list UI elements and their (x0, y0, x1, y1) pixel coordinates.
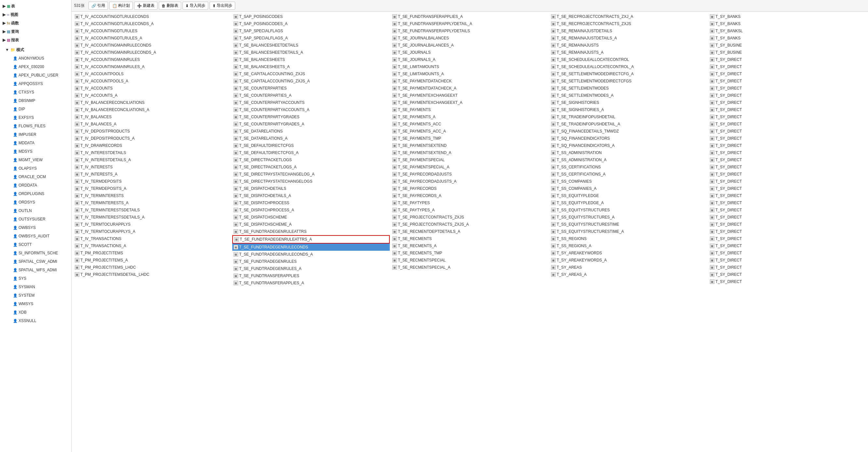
table-item[interactable]: ▦T_SE_RECMENTDEPTDETAILS_A (391, 228, 549, 235)
table-item[interactable]: ▦T_SY_DIRECT (709, 257, 866, 264)
table-item[interactable]: ▦T_SE_PAYMENTEXCHANGEEXT_A (391, 99, 549, 106)
sidebar-schema-item[interactable]: 👤WMSYS (3, 300, 71, 308)
table-item[interactable]: ▦T_SE_PAYRECORDS_A (391, 192, 549, 199)
table-item[interactable]: ▦T_SY_AREAS (550, 264, 707, 271)
table-item[interactable]: ▦T_SE_COUNTERPARTIES (232, 85, 390, 92)
table-item[interactable]: ▦T_SY_DIRECT (709, 235, 866, 242)
table-item[interactable]: ▦T_SE_JOURNALBALANCES (391, 34, 549, 42)
table-item[interactable]: ▦T_SY_DIRECT (709, 63, 866, 70)
table-item[interactable]: ▦T_SY_DIRECT (709, 99, 866, 106)
table-item[interactable]: ▦T_IV_INTERESTS (73, 164, 231, 171)
table-item[interactable]: ▦T_IV_ACCOUNTPOOLS (73, 70, 231, 78)
sidebar-schema-item[interactable]: 👤XSSNULL (3, 316, 71, 325)
table-item[interactable]: ▦T_SE_REMAINAJUSTDETAILS (550, 27, 707, 34)
table-item[interactable]: ▦T_SE_PAYMENTS_ACC_A (391, 128, 549, 135)
table-item[interactable]: ▦T_SE_CAPITALACCOUNTING_ZXJS_A (232, 78, 390, 85)
table-item[interactable]: ▦T_SE_SCHEDULEALLOCATECONTROL (550, 56, 707, 63)
sidebar-schema-item[interactable]: 👤MGMT_VIEW (3, 156, 71, 164)
table-item[interactable]: ▦T_SE_FUNDTRANSFERAPPLYDETAIL_A (391, 20, 549, 27)
table-item[interactable]: ▦T_SE_SETTLEMENTMODES_A (550, 92, 707, 99)
table-item[interactable]: ▦T_SE_RECMENTSPECIAL (391, 257, 549, 264)
sidebar-schema-item[interactable]: 👤IMPUSER (3, 130, 71, 139)
table-item[interactable]: ▦T_SE_DATARELATIONS_A (232, 135, 390, 142)
sidebar-schema-item[interactable]: 👤MDDATA (3, 139, 71, 147)
sidebar-schema-item[interactable]: 👤ORDPLUGINS (3, 190, 71, 198)
table-item[interactable]: ▦T_IV_DRAWRECORDS (73, 142, 231, 149)
table-item[interactable]: ▦T_PM_PROJECTITEMS_LHDC (73, 264, 231, 271)
table-item[interactable]: ▦T_SY_DIRECT (709, 278, 866, 285)
table-item[interactable]: ▦T_SY_BANKS (709, 20, 866, 27)
table-item[interactable]: ▦T_SE_DIRECTPAYSTATECHANGELOG_A (232, 171, 390, 178)
table-item[interactable]: ▦T_SY_DIRECT (709, 149, 866, 156)
table-item[interactable]: ▦T_SE_REMAINAJUSTS_A (550, 49, 707, 56)
sidebar-schema-item[interactable]: 👤SPATIAL_CSW_ADMI (3, 257, 71, 266)
table-item[interactable]: ▦T_SE_BALANCESHEETDETAILS (232, 42, 390, 49)
table-item[interactable]: ▦T_IV_TERMTOCURAPPLYS_A (73, 228, 231, 235)
table-item[interactable]: ▦T_SY_BANKSL (709, 27, 866, 34)
table-item[interactable]: ▦T_SE_TRADEINFOPUSHDETAIL (550, 113, 707, 120)
table-item[interactable]: ▦T_SY_DIRECT (709, 221, 866, 228)
table-item[interactable]: ▦T_SE_SCHEDULEALLOCATECONTROL_A (550, 63, 707, 70)
table-item[interactable]: ▦T_SY_DIRECT (709, 142, 866, 149)
sidebar-func-header[interactable]: ▶ fo 函数 (0, 19, 71, 27)
sidebar-schema-item[interactable]: 👤ORDDATA (3, 181, 71, 190)
table-item[interactable]: ▦T_SY_DIRECT (709, 242, 866, 250)
plan-button[interactable]: 📋 构计划 (109, 2, 133, 10)
table-item[interactable]: ▦T_SY_AREAKEYWORDS_A (550, 257, 707, 264)
table-item[interactable]: ▦T_SE_TRADEINFOPUSHDETAIL_A (550, 120, 707, 128)
table-item[interactable]: ▦T_SY_DIRECT (709, 128, 866, 135)
table-item[interactable]: ▦T_SE_DEFAULTDIRECTCFGS (232, 142, 390, 149)
table-item[interactable]: ▦T_SE_PAYMENTS_A (391, 113, 549, 120)
sidebar-tables-header[interactable]: ▶ ▦ 表 (0, 2, 71, 10)
sidebar-schema-item[interactable]: 👤SYS (3, 274, 71, 283)
table-item[interactable]: ▦T_SY_DIRECT (709, 70, 866, 78)
table-item[interactable]: ▦T_SE_PAYMENTS_TMP (391, 135, 549, 142)
table-item[interactable]: ▦T_SY_DIRECT (709, 264, 866, 271)
table-item[interactable]: ▦T_SE_COUNTERPARTYGRADES (232, 113, 390, 120)
table-item[interactable]: ▦T_SE_JOURNALBALANCES_A (391, 42, 549, 49)
table-item[interactable]: ▦T_SY_DIRECT (709, 199, 866, 206)
table-item[interactable]: ▦T_SY_DIRECT (709, 106, 866, 113)
table-item[interactable]: ▦T_SE_BALANCESHEETS (232, 56, 390, 63)
table-item[interactable]: ▦T_IV_INTERESTS_A (73, 171, 231, 178)
table-item[interactable]: ▦T_SY_DIRECT (709, 56, 866, 63)
sidebar-schema-item[interactable]: 👤APEX_030200 (3, 62, 71, 71)
table-item[interactable]: ▦T_SY_DIRECT (709, 171, 866, 178)
table-item[interactable]: ▦T_IV_ACCOUNTINGDTLRULES (73, 27, 231, 34)
table-item[interactable]: ▦T_SQ_FINANCEINDICATORS (550, 135, 707, 142)
table-item[interactable]: ▦T_SE_RECMENTSPECIAL_A (391, 264, 549, 271)
table-item[interactable]: ▦T_SE_JOURNALS_A (391, 56, 549, 63)
table-item[interactable]: ▦T_SE_DATARELATIONS (232, 128, 390, 135)
table-item[interactable]: ▦T_SE_PAYRECORDS (391, 185, 549, 192)
table-item[interactable]: ▦T_SE_SIGNHISTORIES_A (550, 106, 707, 113)
sidebar-schema-item[interactable]: 👤OLAPSYS (3, 164, 71, 173)
table-item[interactable]: ▦T_IV_BALANCES_A (73, 120, 231, 128)
table-item[interactable]: ▦T_SS_EQUITYSTRUCTURES (550, 206, 707, 214)
sidebar-views-header[interactable]: ▶ ∞ 视图 (0, 10, 71, 19)
table-item[interactable]: ▦T_SY_AREAS_A (550, 271, 707, 278)
table-item[interactable]: ▦T_SE_LIMITAMOUNTS (391, 63, 549, 70)
table-item[interactable]: ▦T_SY_BUSINE (709, 42, 866, 49)
table-item[interactable]: ▦T_SE_PAYTYPES_A (391, 206, 549, 214)
table-item[interactable]: ▦T_SE_BALANCESHEETS_A (232, 63, 390, 70)
table-item[interactable]: ▦T_IV_ACCOUNTINGDTLRULECONDS_A (73, 20, 231, 27)
table-item[interactable]: ▦T_SE_DEFAULTDIRECTCFGS_A (232, 149, 390, 156)
table-item[interactable]: ▦T_SE_RECPROJECTCONTRACTS_ZXJ_A (550, 13, 707, 20)
table-item[interactable]: ▦T_SY_DIRECT (709, 78, 866, 85)
import-button[interactable]: ⬇ 导入同步 (183, 2, 208, 10)
table-item[interactable]: ▦T_IV_BALANCERECONCILIATIONS_A (73, 106, 231, 113)
table-item[interactable]: ▦T_SE_SETTLEMENTMODEDIRECTCFG_A (550, 70, 707, 78)
table-item[interactable]: ▦T_SE_FUNDTRADEGENRULES (232, 258, 390, 265)
table-item[interactable]: ▦T_SS_EQUITYSTRUCTURESTIME_A (550, 228, 707, 235)
table-item[interactable]: ▦T_SE_PAYMENTDATACHECK (391, 78, 549, 85)
table-item[interactable]: ▦T_SE_JOURNALS (391, 49, 549, 56)
sidebar-schema-item[interactable]: 👤APEX_PUBLIC_USER (3, 71, 71, 80)
table-item[interactable]: ▦T_IV_ACCOUNTINGMAINRULECONDS_A (73, 49, 231, 56)
table-item[interactable]: ▦T_SE_PAYMENTSEXTEND_A (391, 149, 549, 156)
table-item[interactable]: ▦T_SAP_POSINGCODES_A (232, 20, 390, 27)
table-item[interactable]: ▦T_IV_TERMINTERESTS (73, 192, 231, 199)
sidebar-schema-item[interactable]: 👤DIP (3, 105, 71, 113)
table-item[interactable]: ▦T_PM_PROJECTITEMS (73, 250, 231, 257)
table-item[interactable]: ▦T_IV_INTERESTDETAILS (73, 149, 231, 156)
link-button[interactable]: 🔗 引用 (89, 2, 108, 10)
